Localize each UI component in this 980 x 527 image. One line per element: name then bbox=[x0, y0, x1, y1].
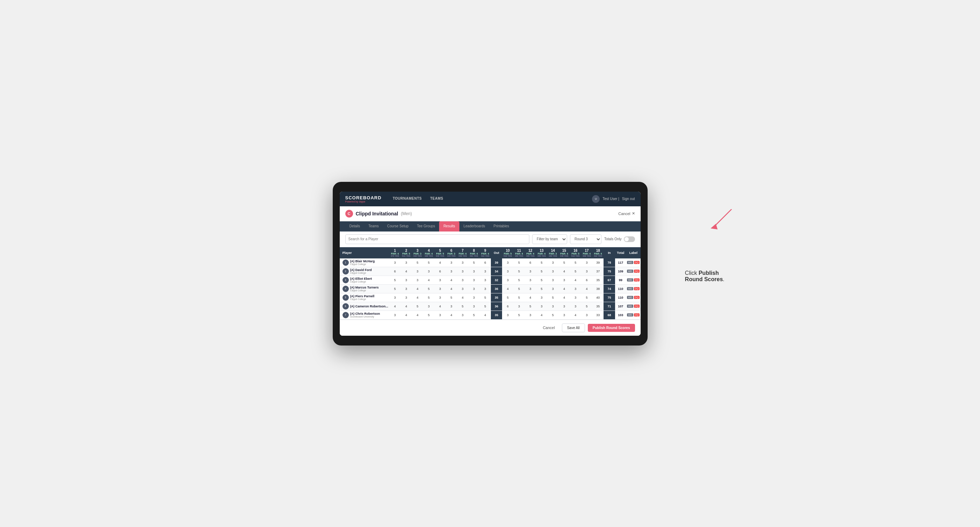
score-hole-5: 6 bbox=[434, 267, 446, 276]
wd-badge: WD bbox=[627, 305, 633, 308]
score-label: WD DQ bbox=[626, 259, 641, 267]
hole-16-header: 16PAR: 5510 YDS bbox=[570, 247, 581, 259]
nav-tournaments[interactable]: TOURNAMENTS bbox=[388, 192, 426, 206]
score-hole-1: 6 bbox=[390, 267, 401, 276]
score-hole-6: 4 bbox=[446, 284, 457, 293]
score-hole-10: 3 bbox=[502, 311, 513, 319]
tournament-name: Clippd Invitational bbox=[356, 211, 398, 216]
tab-course-setup[interactable]: Course Setup bbox=[383, 221, 413, 232]
tab-results[interactable]: Results bbox=[439, 221, 459, 232]
score-hole-2: 3 bbox=[401, 259, 412, 267]
filter-team-select[interactable]: Filter by team bbox=[532, 234, 567, 244]
score-hole-1: 3 bbox=[390, 311, 401, 319]
dq-badge: DQ bbox=[634, 287, 640, 290]
score-hole-9: 6 bbox=[480, 259, 491, 267]
nav-teams[interactable]: TEAMS bbox=[426, 192, 448, 206]
player-name: (A) Cameron Robertson... bbox=[350, 305, 388, 308]
score-out: 36 bbox=[491, 284, 502, 293]
totals-toggle-switch[interactable] bbox=[624, 237, 635, 242]
tab-printables[interactable]: Printables bbox=[489, 221, 513, 232]
screen: SCOREBOARD Powered by clippd TOURNAMENTS… bbox=[340, 192, 641, 336]
save-all-button[interactable]: Save All bbox=[562, 324, 585, 332]
score-total: 117 bbox=[615, 259, 626, 267]
table-row: 1 (A) Blair McHarg Clippd College 335543… bbox=[340, 259, 641, 267]
table-row: 7 (A) Chris Robertson Scoreboard Univers… bbox=[340, 311, 641, 319]
score-hole-14: 3 bbox=[547, 302, 558, 311]
score-hole-14: 3 bbox=[547, 259, 558, 267]
player-cell: 7 (A) Chris Robertson Scoreboard Univers… bbox=[340, 311, 390, 319]
wd-badge: WD bbox=[627, 287, 633, 290]
in-header: In bbox=[603, 247, 615, 259]
score-hole-13: 5 bbox=[536, 259, 547, 267]
player-team: Scoreboard University bbox=[350, 316, 380, 318]
player-name: (A) Elliot Ebert bbox=[350, 277, 372, 281]
score-hole-16: 3 bbox=[570, 302, 581, 311]
tab-teams[interactable]: Teams bbox=[364, 221, 383, 232]
score-total: 110 bbox=[615, 293, 626, 302]
score-hole-6: 3 bbox=[446, 302, 457, 311]
cancel-footer-button[interactable]: Cancel bbox=[538, 324, 559, 332]
score-hole-2: 3 bbox=[401, 276, 412, 284]
tab-tee-groups[interactable]: Tee Groups bbox=[413, 221, 439, 232]
score-hole-4: 5 bbox=[423, 293, 434, 302]
wd-badge: WD bbox=[627, 261, 633, 264]
score-hole-7: 3 bbox=[457, 259, 468, 267]
score-hole-15: 3 bbox=[558, 302, 570, 311]
score-hole-4: 5 bbox=[423, 259, 434, 267]
score-out: 35 bbox=[491, 293, 502, 302]
score-label: WD DQ bbox=[626, 276, 641, 284]
tournament-header: C Clippd Invitational (Men) Cancel ✕ bbox=[340, 206, 641, 221]
score-hole-8: 3 bbox=[468, 293, 479, 302]
score-hole-14: 3 bbox=[547, 267, 558, 276]
score-hole-2: 3 bbox=[401, 293, 412, 302]
tournament-logo: C bbox=[345, 210, 353, 217]
user-label: Test User | bbox=[603, 197, 619, 201]
tab-leaderboards[interactable]: Leaderboards bbox=[460, 221, 490, 232]
score-hole-6: 4 bbox=[446, 276, 457, 284]
score-hole-6: 3 bbox=[446, 267, 457, 276]
dq-badge: DQ bbox=[634, 270, 640, 273]
score-hole-8: 3 bbox=[468, 284, 479, 293]
nav-right: U Test User | Sign out bbox=[592, 195, 635, 203]
score-hole-8: 3 bbox=[468, 302, 479, 311]
tab-details[interactable]: Details bbox=[345, 221, 364, 232]
scene: SCOREBOARD Powered by clippd TOURNAMENTS… bbox=[333, 182, 648, 346]
search-input[interactable] bbox=[345, 234, 530, 244]
score-hole-3: 3 bbox=[412, 267, 423, 276]
user-icon: U bbox=[592, 195, 600, 203]
top-nav: SCOREBOARD Powered by clippd TOURNAMENTS… bbox=[340, 192, 641, 206]
hole-13-header: 13PAR: 4385 YDS bbox=[536, 247, 547, 259]
score-hole-4: 3 bbox=[423, 267, 434, 276]
score-table: Player 1PAR: 4370 YDS 2PAR: 5511 YDS 3PA… bbox=[340, 247, 641, 320]
score-hole-3: 5 bbox=[412, 302, 423, 311]
score-hole-13: 5 bbox=[536, 267, 547, 276]
score-out: 39 bbox=[491, 259, 502, 267]
score-out: 35 bbox=[491, 311, 502, 319]
score-hole-2: 4 bbox=[401, 302, 412, 311]
score-hole-15: 4 bbox=[558, 284, 570, 293]
score-label: WD DQ bbox=[626, 311, 641, 319]
score-in: 71 bbox=[603, 302, 615, 311]
round-select[interactable]: Round 3 bbox=[570, 234, 601, 244]
score-in: 67 bbox=[603, 276, 615, 284]
hole-17-header: 17PAR: 4409 YDS bbox=[581, 247, 592, 259]
table-row: 4 (A) Marcus Turners Clippd College 5345… bbox=[340, 284, 641, 293]
score-total: 103 bbox=[615, 311, 626, 319]
hole-6-header: 6PAR: 3194 YDS bbox=[446, 247, 457, 259]
publish-round-scores-button[interactable]: Publish Round Scores bbox=[588, 324, 635, 332]
annotation: Click PublishRound Scores. bbox=[685, 270, 725, 283]
score-hole-1: 5 bbox=[390, 276, 401, 284]
score-label: WD DQ bbox=[626, 302, 641, 311]
logo-title: SCOREBOARD bbox=[345, 195, 382, 200]
cancel-header-button[interactable]: Cancel ✕ bbox=[618, 211, 635, 216]
score-hole-8: 5 bbox=[468, 259, 479, 267]
label-header: Label bbox=[626, 247, 641, 259]
score-hole-16: 4 bbox=[570, 311, 581, 319]
score-hole-11: 5 bbox=[513, 259, 525, 267]
player-team: Clippd College bbox=[350, 263, 375, 265]
out-header: Out bbox=[491, 247, 502, 259]
player-avatar: 2 bbox=[342, 268, 349, 275]
score-hole-1: 5 bbox=[390, 284, 401, 293]
dq-badge: DQ bbox=[634, 313, 640, 316]
signout-link[interactable]: Sign out bbox=[622, 197, 635, 201]
